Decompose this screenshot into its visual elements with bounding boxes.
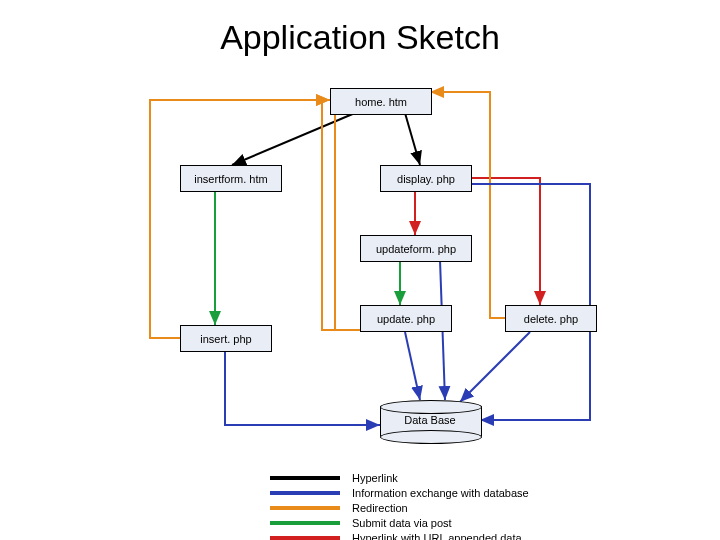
legend-label: Redirection <box>352 502 408 514</box>
svg-line-6 <box>405 332 420 400</box>
legend-swatch <box>270 491 340 495</box>
legend-label: Information exchange with database <box>352 487 529 499</box>
svg-line-8 <box>460 332 530 402</box>
legend-label: Hyperlink with URL appended data <box>352 532 522 541</box>
page-title: Application Sketch <box>0 18 720 57</box>
legend-swatch <box>270 521 340 525</box>
node-delete: delete. php <box>505 305 597 332</box>
legend: Hyperlink Information exchange with data… <box>270 470 529 540</box>
legend-label: Hyperlink <box>352 472 398 484</box>
node-update: update. php <box>360 305 452 332</box>
node-database: Data Base <box>380 400 480 442</box>
svg-line-0 <box>232 113 355 165</box>
legend-row: Hyperlink with URL appended data <box>270 530 529 540</box>
svg-line-1 <box>405 113 420 165</box>
diagram-stage: home. htm insertform. htm display. php u… <box>0 80 720 540</box>
legend-swatch <box>270 476 340 480</box>
node-updateform: updateform. php <box>360 235 472 262</box>
legend-row: Redirection <box>270 500 529 515</box>
legend-label: Submit data via post <box>352 517 452 529</box>
node-insert: insert. php <box>180 325 272 352</box>
legend-swatch <box>270 536 340 540</box>
legend-swatch <box>270 506 340 510</box>
legend-row: Submit data via post <box>270 515 529 530</box>
node-home: home. htm <box>330 88 432 115</box>
legend-row: Information exchange with database <box>270 485 529 500</box>
node-insertform: insertform. htm <box>180 165 282 192</box>
legend-row: Hyperlink <box>270 470 529 485</box>
node-display: display. php <box>380 165 472 192</box>
database-label: Data Base <box>380 414 480 426</box>
